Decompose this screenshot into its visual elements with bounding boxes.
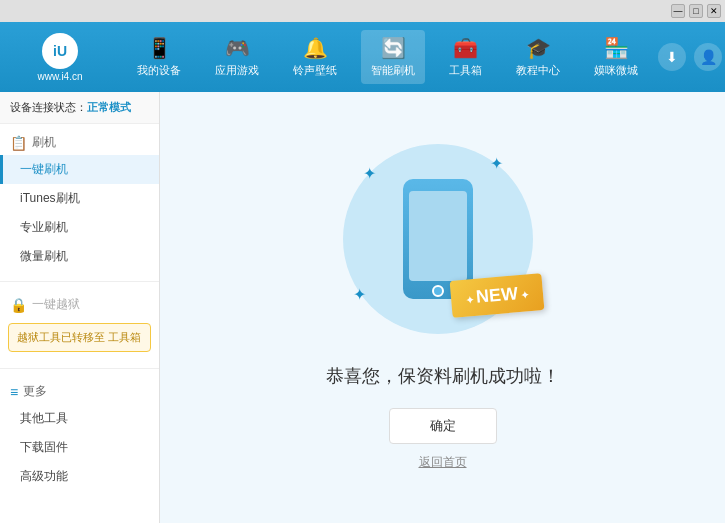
- tutorial-label: 教程中心: [516, 63, 560, 78]
- momei-icon: 🏪: [604, 36, 629, 60]
- app-game-icon: 🎮: [225, 36, 250, 60]
- main-area: 设备连接状态：正常模式 📋 刷机 一键刷机 iTunes刷机 专业刷机 微量刷机…: [0, 92, 725, 523]
- status-value: 正常模式: [87, 101, 131, 113]
- sidebar-item-other-tools[interactable]: 其他工具: [0, 404, 159, 433]
- more-section-icon: ≡: [10, 384, 18, 400]
- toolbox-icon: 🧰: [453, 36, 478, 60]
- jailbreak-label: 一键越狱: [32, 296, 80, 313]
- jailbreak-header: 🔒 一键越狱: [0, 292, 159, 317]
- user-icon-btn[interactable]: 👤: [694, 43, 722, 71]
- sidebar-item-advanced[interactable]: 高级功能: [0, 462, 159, 491]
- flash-section-icon: 📋: [10, 135, 27, 151]
- sidebar-item-micro-flash[interactable]: 微量刷机: [0, 242, 159, 271]
- phone-illustration: ✦ ✦ ✦ NEW: [343, 144, 543, 344]
- sidebar-divider-1: [0, 281, 159, 282]
- nav-ringtone[interactable]: 🔔 铃声壁纸: [283, 30, 347, 84]
- sparkle-icon-3: ✦: [353, 285, 366, 304]
- my-device-label: 我的设备: [137, 63, 181, 78]
- status-label: 设备连接状态：: [10, 101, 87, 113]
- logo-icon: iU: [42, 33, 78, 69]
- success-text: 恭喜您，保资料刷机成功啦！: [326, 364, 560, 388]
- sidebar-item-one-click-flash[interactable]: 一键刷机: [0, 155, 159, 184]
- ringtone-icon: 🔔: [303, 36, 328, 60]
- top-nav: iU www.i4.cn 📱 我的设备 🎮 应用游戏 🔔 铃声壁纸 🔄 智能刷机…: [0, 22, 725, 92]
- sidebar-item-pro-flash[interactable]: 专业刷机: [0, 213, 159, 242]
- toolbox-label: 工具箱: [449, 63, 482, 78]
- maximize-btn[interactable]: □: [689, 4, 703, 18]
- ringtone-label: 铃声壁纸: [293, 63, 337, 78]
- nav-smart-flash[interactable]: 🔄 智能刷机: [361, 30, 425, 84]
- smart-flash-icon: 🔄: [381, 36, 406, 60]
- minimize-btn[interactable]: —: [671, 4, 685, 18]
- download-icon-btn[interactable]: ⬇: [658, 43, 686, 71]
- sparkle-icon-1: ✦: [363, 164, 376, 183]
- circle-bg: ✦ ✦ ✦ NEW: [343, 144, 533, 334]
- logo-url: www.i4.cn: [37, 71, 82, 82]
- nav-items: 📱 我的设备 🎮 应用游戏 🔔 铃声壁纸 🔄 智能刷机 🧰 工具箱 🎓 教程中心…: [120, 30, 655, 84]
- jailbreak-section: 🔒 一键越狱 越狱工具已转移至 工具箱: [0, 286, 159, 364]
- confirm-button[interactable]: 确定: [389, 408, 497, 444]
- logo-area: iU www.i4.cn: [0, 25, 120, 90]
- more-section: ≡ 更多 其他工具 下载固件 高级功能: [0, 373, 159, 497]
- close-btn[interactable]: ✕: [707, 4, 721, 18]
- sidebar-divider-2: [0, 368, 159, 369]
- status-bar: 设备连接状态：正常模式: [0, 92, 159, 124]
- back-link[interactable]: 返回首页: [419, 454, 467, 471]
- sidebar: 设备连接状态：正常模式 📋 刷机 一键刷机 iTunes刷机 专业刷机 微量刷机…: [0, 92, 160, 523]
- nav-my-device[interactable]: 📱 我的设备: [127, 30, 191, 84]
- jailbreak-lock-icon: 🔒: [10, 297, 27, 313]
- nav-toolbox[interactable]: 🧰 工具箱: [439, 30, 492, 84]
- flash-section-label: 刷机: [32, 134, 56, 151]
- more-section-header: ≡ 更多: [0, 379, 159, 404]
- smart-flash-label: 智能刷机: [371, 63, 415, 78]
- tutorial-icon: 🎓: [526, 36, 551, 60]
- content-area: ✦ ✦ ✦ NEW 恭喜您，保资料刷机成功啦！ 确定 返回首页: [160, 92, 725, 523]
- title-bar: — □ ✕: [0, 0, 725, 22]
- sidebar-item-download-firmware[interactable]: 下载固件: [0, 433, 159, 462]
- new-badge: NEW: [449, 273, 544, 318]
- sidebar-item-itunes-flash[interactable]: iTunes刷机: [0, 184, 159, 213]
- phone-screen: [409, 191, 467, 281]
- jailbreak-alert-text: 越狱工具已转移至 工具箱: [17, 331, 141, 343]
- nav-app-game[interactable]: 🎮 应用游戏: [205, 30, 269, 84]
- flash-section-header: 📋 刷机: [0, 130, 159, 155]
- more-section-label: 更多: [23, 383, 47, 400]
- flash-section: 📋 刷机 一键刷机 iTunes刷机 专业刷机 微量刷机: [0, 124, 159, 277]
- nav-tutorial[interactable]: 🎓 教程中心: [506, 30, 570, 84]
- momei-label: 嫫咪微城: [594, 63, 638, 78]
- phone-home-btn: [432, 285, 444, 297]
- nav-right: ⬇ 👤: [655, 43, 725, 71]
- jailbreak-alert: 越狱工具已转移至 工具箱: [8, 323, 151, 352]
- my-device-icon: 📱: [147, 36, 172, 60]
- sparkle-icon-2: ✦: [490, 154, 503, 173]
- app-game-label: 应用游戏: [215, 63, 259, 78]
- nav-momei[interactable]: 🏪 嫫咪微城: [584, 30, 648, 84]
